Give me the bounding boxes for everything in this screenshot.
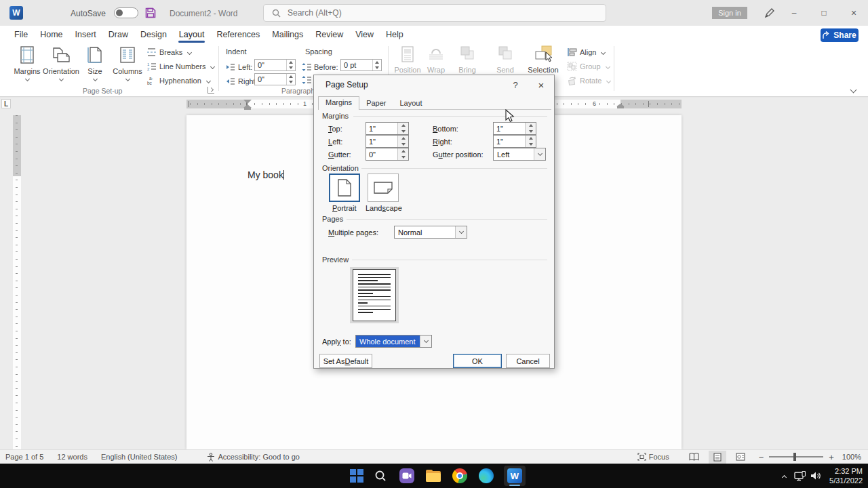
margins-section-label: Margins — [322, 112, 349, 120]
file-explorer-button[interactable] — [425, 468, 441, 484]
tab-mailings[interactable]: Mailings — [266, 26, 309, 43]
tab-home[interactable]: Home — [34, 26, 68, 43]
indent-right-input[interactable]: 0" — [254, 73, 296, 85]
tab-review[interactable]: Review — [309, 26, 349, 43]
right-margin-input[interactable]: 1" — [493, 135, 536, 148]
sign-in-button[interactable]: Sign in — [712, 7, 747, 19]
chrome-button[interactable] — [452, 468, 468, 484]
accessibility-status[interactable]: Accessibility: Good to go — [200, 450, 306, 464]
autosave-toggle[interactable] — [114, 7, 138, 18]
tab-file[interactable]: File — [8, 26, 34, 43]
word-app-icon[interactable]: W — [9, 6, 23, 20]
left-margin-input[interactable]: 1" — [366, 135, 409, 148]
spinner[interactable] — [525, 136, 536, 147]
first-line-indent-marker[interactable] — [243, 100, 252, 104]
spinner[interactable] — [286, 60, 295, 70]
tab-stop-selector[interactable]: L — [1, 99, 11, 108]
close-button[interactable]: × — [844, 5, 864, 20]
search-box[interactable] — [263, 4, 606, 22]
read-mode-button[interactable] — [686, 451, 703, 464]
folder-icon — [426, 470, 441, 482]
network-tray-button[interactable] — [792, 464, 807, 488]
maximize-button[interactable]: □ — [814, 5, 834, 20]
apply-to-dropdown[interactable]: Whole document — [355, 335, 432, 348]
zoom-in-button[interactable]: + — [829, 452, 834, 462]
show-hidden-icons-button[interactable] — [777, 464, 791, 488]
taskbar-search-button[interactable] — [372, 468, 389, 484]
bottom-margin-input[interactable]: 1" — [493, 122, 536, 135]
size-button[interactable]: Size — [80, 45, 110, 87]
minimize-button[interactable]: – — [784, 5, 804, 20]
spinner[interactable] — [525, 123, 536, 134]
collapse-ribbon-chevron-icon[interactable] — [850, 87, 857, 94]
dialog-tab-paper[interactable]: Paper — [359, 98, 393, 109]
edge-button[interactable] — [478, 468, 494, 484]
cancel-button[interactable]: Cancel — [506, 354, 550, 368]
indent-label: Indent — [226, 47, 247, 56]
dropdown-chevron-icon[interactable] — [534, 148, 545, 160]
spinner[interactable] — [286, 74, 295, 85]
columns-icon — [119, 45, 136, 64]
dialog-close-button[interactable]: × — [532, 77, 550, 92]
save-icon[interactable] — [145, 7, 156, 18]
focus-button[interactable]: Focus — [631, 450, 676, 464]
tab-references[interactable]: References — [210, 26, 266, 43]
gutter-input[interactable]: 0" — [366, 148, 409, 161]
page-setup-dialog-launcher[interactable] — [208, 87, 214, 94]
indent-left-input[interactable]: 0" — [254, 59, 296, 71]
zoom-slider[interactable] — [769, 456, 823, 458]
line-numbers-button[interactable]: 12 Line Numbers — [146, 60, 214, 73]
preview-page — [353, 269, 396, 321]
tab-view[interactable]: View — [349, 26, 380, 43]
taskbar-clock[interactable]: 2:32 PM 5/31/2022 — [819, 466, 863, 485]
word-taskbar-button[interactable]: W — [507, 468, 523, 484]
dialog-tab-margins[interactable]: Margins — [318, 96, 359, 110]
zoom-slider-thumb[interactable] — [793, 453, 796, 461]
spinner[interactable] — [397, 123, 408, 134]
spacing-before-input[interactable]: 0 pt — [340, 59, 382, 71]
web-layout-button[interactable] — [732, 451, 749, 464]
print-layout-button[interactable] — [709, 451, 726, 464]
dropdown-chevron-icon[interactable] — [455, 226, 467, 238]
margins-button[interactable]: Margins — [8, 45, 46, 87]
language-indicator[interactable]: English (United States) — [94, 450, 184, 464]
spinner[interactable] — [397, 148, 408, 160]
tab-design[interactable]: Design — [134, 26, 173, 43]
hyphenation-button[interactable]: a-bc Hyphenation — [146, 75, 210, 87]
align-button[interactable]: Align — [567, 46, 605, 58]
ink-editor-icon[interactable] — [764, 7, 775, 19]
dialog-tab-layout[interactable]: Layout — [393, 98, 429, 109]
teams-chat-button[interactable] — [399, 468, 415, 484]
spacing-after-icon — [302, 76, 311, 84]
share-button[interactable]: Share — [821, 28, 859, 42]
tab-help[interactable]: Help — [380, 26, 410, 43]
right-indent-marker-base[interactable] — [617, 106, 624, 108]
zoom-out-button[interactable]: − — [759, 452, 764, 462]
zoom-level[interactable]: 100% — [842, 453, 861, 461]
search-input[interactable] — [288, 8, 559, 18]
word-count[interactable]: 12 words — [50, 450, 94, 464]
start-button[interactable] — [349, 468, 365, 484]
tab-insert[interactable]: Insert — [69, 26, 102, 43]
tab-draw[interactable]: Draw — [102, 26, 134, 43]
spinner[interactable] — [372, 60, 381, 70]
dropdown-chevron-icon[interactable] — [420, 336, 431, 347]
columns-button[interactable]: Columns — [108, 45, 146, 87]
set-as-default-button[interactable]: Set As Default — [319, 354, 372, 368]
landscape-button[interactable] — [368, 174, 399, 202]
left-indent-marker[interactable] — [244, 108, 251, 110]
orientation-button[interactable]: Orientation — [42, 45, 80, 87]
multiple-pages-dropdown[interactable]: Normal — [394, 226, 467, 239]
spinner[interactable] — [397, 136, 408, 147]
top-margin-input[interactable]: 1" — [366, 122, 409, 135]
breaks-button[interactable]: Breaks — [146, 46, 191, 58]
portrait-button[interactable] — [329, 174, 360, 202]
bottom-label: Bottom: — [433, 125, 458, 133]
ok-button[interactable]: OK — [453, 354, 502, 368]
gutter-position-dropdown[interactable]: Left — [493, 148, 546, 161]
tab-layout[interactable]: Layout — [173, 26, 211, 43]
vertical-ruler[interactable] — [13, 115, 21, 449]
dialog-help-button[interactable]: ? — [507, 77, 524, 92]
page-indicator[interactable]: Page 1 of 5 — [0, 450, 50, 464]
document-text[interactable]: My book — [248, 169, 284, 180]
